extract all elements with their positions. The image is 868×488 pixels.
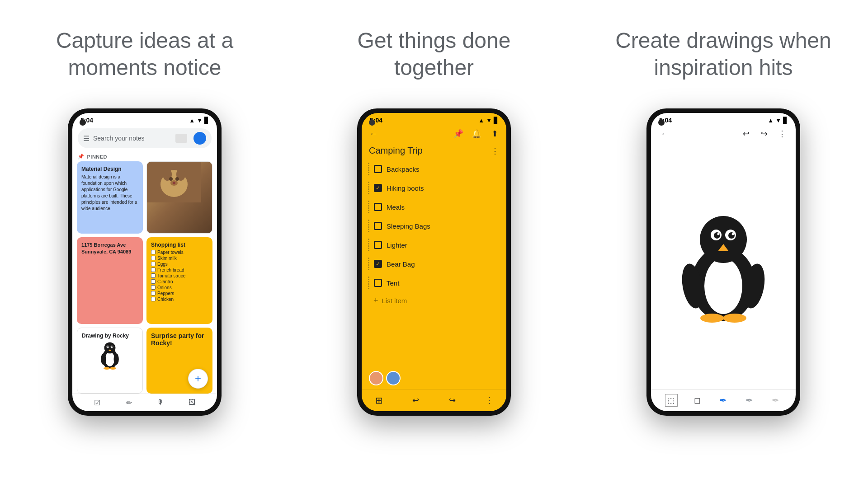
menu-icon: ☰ [83,134,90,143]
add-note-icon[interactable]: ⊞ [373,394,385,407]
checkbox-lighter[interactable] [374,241,382,249]
checkbox-hiking-boots[interactable]: ✓ [374,184,382,192]
user-avatar[interactable] [193,132,206,145]
camping-list: Backpacks ✓ Hiking boots Meals [362,158,506,367]
svg-point-8 [173,182,175,184]
pen-gray-icon[interactable]: ✒ [743,394,756,407]
battery-icon: ▊ [204,117,209,124]
checkbox-tool-icon[interactable]: ☑ [92,398,102,408]
add-icon: + [373,296,378,305]
checkbox [151,262,156,266]
drag-handle [368,182,369,194]
checkbox-meals[interactable] [374,203,382,211]
camp-item-meals[interactable]: Meals [366,197,502,216]
more-draw-icon[interactable]: ⋮ [776,127,788,140]
pin-note-icon[interactable]: 📌 [452,127,465,140]
mic-tool-icon[interactable]: 🎙 [156,398,165,408]
note-material-design[interactable]: Material Design Material design is a fou… [77,161,143,234]
image-tool-icon[interactable]: 🖼 [187,398,197,408]
penguin-drawing-svg [674,202,773,329]
checkbox [151,291,156,296]
list-item: Onions [151,285,208,290]
camp-item-hiking-boots[interactable]: ✓ Hiking boots [366,178,502,197]
more-icon[interactable]: ⋮ [491,146,499,156]
penguin-small-svg [96,341,123,371]
signal-icon-2: ▲ [478,117,484,124]
checkbox-sleeping-bags[interactable] [374,222,382,230]
pencil-tool-icon[interactable]: ✏ [124,398,134,408]
wifi-icon-2: ▼ [486,117,492,124]
headline-drawings: Create drawings when inspiration hits [615,27,832,81]
note-body-material: Material design is a foundation upon whi… [81,174,138,212]
list-item: Paper towels [151,250,208,255]
drag-handle [368,239,369,251]
camp-item-bear-bag[interactable]: ✓ Bear Bag [366,254,502,273]
checkbox-bear-bag[interactable]: ✓ [374,260,382,268]
item-label: Backpacks [387,165,420,173]
more-options-icon[interactable]: ⋮ [483,394,495,407]
search-bar[interactable]: ☰ Search your notes [78,128,212,148]
pin-icon: 📌 [78,154,85,160]
svg-point-35 [723,314,746,323]
note-body-surprise: Surprise party for Rocky! [151,332,208,347]
pen-light-icon[interactable]: ✒ [769,394,782,407]
note-address[interactable]: 1175 Borregas Ave Sunnyvale, CA 94089 [77,237,143,324]
fab-button[interactable]: + [188,369,208,389]
reminder-icon[interactable]: 🔔 [470,127,483,140]
signal-icon-3: ▲ [768,117,774,124]
item-label: Meals [387,203,405,211]
camp-item-lighter[interactable]: Lighter [366,235,502,254]
svg-point-18 [114,354,119,365]
svg-point-27 [714,232,720,239]
bottom-toolbar-2: ⊞ ↩ ↪ ⋮ [362,389,506,411]
drawing-canvas[interactable] [651,142,796,389]
svg-point-24 [700,216,747,263]
phone3-screen: 5:04 ▲ ▼ ▊ ← ↩ ↪ ⋮ [651,113,796,411]
svg-point-19 [104,367,110,370]
item-label: Bear Bag [387,260,415,268]
svg-point-23 [704,258,742,314]
drawing-toolbar-icons: ↩ ↪ ⋮ [740,127,788,140]
camp-item-backpacks[interactable]: Backpacks [366,160,502,178]
note-dog-photo[interactable] [146,161,212,234]
add-item-label: List item [382,297,407,305]
archive-icon[interactable]: ⬆ [488,127,501,140]
list-item: Eggs [151,262,208,267]
svg-point-28 [728,232,735,239]
back-icon[interactable]: ← [367,127,380,140]
battery-icon-3: ▊ [783,117,788,124]
select-tool-icon[interactable]: ⬚ [665,394,678,407]
search-text: Search your notes [93,135,172,142]
redo-draw-icon[interactable]: ↪ [758,127,770,140]
list-item: Cilantro [151,279,208,284]
checkbox [151,256,156,260]
undo-icon[interactable]: ↩ [409,394,422,407]
note-shopping[interactable]: Shopping list Paper towels Skim milk Egg… [146,237,212,324]
drawing-toolbar-bottom: ⬚ ◻ ✒ ✒ ✒ [651,389,796,411]
checkbox-backpacks[interactable] [374,165,382,173]
note-drawing-rocky[interactable]: Drawing by Rocky [77,328,143,394]
drawing-toolbar-top: ← ↩ ↪ ⋮ [651,126,796,142]
back-icon-3[interactable]: ← [658,127,671,140]
camping-title: Camping Trip ⋮ [362,142,506,158]
wifi-icon-3: ▼ [775,117,781,124]
add-list-item[interactable]: + List item [366,292,502,309]
drag-handle [368,220,369,232]
svg-point-6 [175,177,179,181]
item-label: Lighter [387,241,407,249]
pinned-label: 📌 PINNED [72,152,217,161]
bottom-toolbar-1: ☑ ✏ 🎙 🖼 [72,394,217,411]
item-label: Hiking boots [387,184,424,192]
redo-icon[interactable]: ↪ [446,394,459,407]
checkbox-tent[interactable] [374,279,382,287]
undo-draw-icon[interactable]: ↩ [740,127,752,140]
note-toolbar-2: ← 📌 🔔 ⬆ [362,126,506,142]
status-bar-2: 5:04 ▲ ▼ ▊ [362,113,506,126]
camp-item-tent[interactable]: Tent [366,273,502,292]
pen-blue-icon[interactable]: ✒ [717,394,730,407]
camp-item-sleeping-bags[interactable]: Sleeping Bags [366,216,502,235]
svg-point-14 [107,346,108,347]
grid-icon [175,134,187,143]
collaborator-avatar-2 [386,371,401,385]
eraser-tool-icon[interactable]: ◻ [691,394,703,407]
